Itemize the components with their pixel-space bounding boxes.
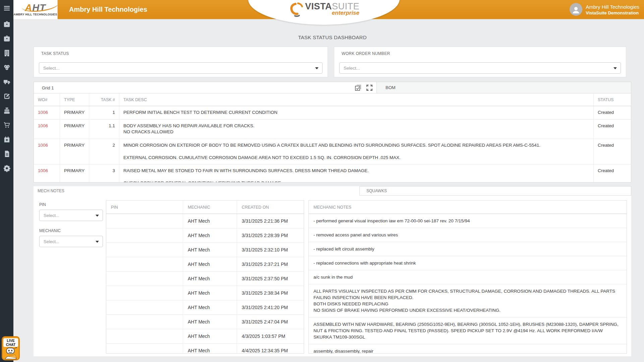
- mech-name: AHT Mech: [183, 300, 237, 314]
- work-order-filter-label: WORK ORDER NUMBER: [342, 51, 390, 56]
- mech-name: AHT Mech: [183, 214, 237, 228]
- mech-name: AHT Mech: [183, 329, 237, 343]
- chevron-down-icon: [96, 241, 99, 243]
- wo-number-link[interactable]: 1006: [34, 164, 60, 183]
- app-title: Ambry Hill Technologies: [69, 0, 147, 19]
- mech-created-on: 3/31/2025 2:41:20 PM: [237, 300, 304, 314]
- user-avatar-icon: [570, 3, 582, 16]
- task-number: 2: [89, 139, 119, 164]
- mech-name: AHT Mech: [183, 243, 237, 257]
- wo-number-link[interactable]: 1006: [34, 139, 60, 164]
- task-row: 1006PRIMARY1.1BODY ASSEMBLY HAS NO REPAI…: [34, 120, 631, 139]
- mech-created-on: 4/4/2025 12:34:35 PM: [237, 344, 304, 354]
- task-status: Created: [594, 106, 631, 119]
- notes-body: - performed general visual inspection ia…: [309, 214, 627, 354]
- mech-pin: [106, 344, 183, 354]
- mech-pin: [106, 272, 183, 286]
- live-chat-button[interactable]: LIVECHAT: [2, 336, 20, 360]
- truck-icon[interactable]: [2, 78, 11, 86]
- col-pin: PIN: [106, 201, 183, 214]
- mech-name: AHT Mech: [183, 315, 237, 329]
- col-type: TYPE: [60, 93, 89, 106]
- chat-robot-icon: [3, 347, 18, 359]
- task-status-filter-card: TASK STATUS Select...: [34, 47, 328, 77]
- mech-note-row: AHT Mech3/31/2025 2:28:39 PM: [106, 228, 304, 243]
- mech-created-on: 4/3/2025 1:03:57 PM: [237, 329, 304, 343]
- work-order-select-value: Select...: [344, 66, 360, 71]
- mech-pin: [106, 300, 183, 314]
- task-type: PRIMARY: [60, 106, 89, 119]
- task-table-header: WO# TYPE TASK # TASK DESC STATUS: [34, 93, 631, 106]
- task-status-select[interactable]: Select...: [39, 62, 323, 74]
- work-order-select[interactable]: Select...: [339, 62, 621, 74]
- work-order-filter-card: WORK ORDER NUMBER Select...: [334, 47, 626, 77]
- mech-note-row: AHT Mech3/31/2025 2:41:20 PM: [106, 300, 304, 315]
- col-mechanic-notes: MECHANIC NOTES: [309, 201, 627, 214]
- mechanic-select-value: Select...: [44, 239, 59, 244]
- tab-mech-notes[interactable]: MECH NOTES: [38, 186, 64, 196]
- task-desc: PERFORM INITIAL BENCH TEST TO DETERMINE …: [119, 106, 594, 119]
- mechanic-note: assembly, disassembly, repair: [309, 344, 627, 354]
- mech-pin: [106, 329, 183, 343]
- pin-select-value: Select...: [44, 213, 59, 218]
- expand-icon[interactable]: [366, 84, 373, 91]
- mechanic-select[interactable]: Select...: [39, 236, 103, 247]
- cart-icon[interactable]: [2, 121, 11, 129]
- pin-select[interactable]: Select...: [39, 210, 103, 221]
- mechanic-note: - removed access panel and various wires: [309, 228, 627, 242]
- mech-pin: [106, 214, 183, 228]
- mech-note-row: AHT Mech3/31/2025 2:37:21 PM: [106, 257, 304, 272]
- gear-icon[interactable]: [2, 164, 11, 172]
- mech-created-on: 3/31/2025 2:21:36 PM: [237, 214, 304, 228]
- top-bar: AHT AMBRY HILL TECHNOLOGIES Ambry Hill T…: [13, 0, 644, 19]
- mech-note-row: AHT Mech4/3/2025 1:03:57 PM: [106, 329, 304, 344]
- mech-note-row: AHT Mech3/31/2025 2:21:36 PM: [106, 214, 304, 228]
- task-desc: BODY ASSEMBLY HAS NO REPAIR AVAILABLE FO…: [119, 120, 594, 139]
- col-created-on: CREATED ON: [237, 201, 304, 214]
- aht-logo[interactable]: AHT AMBRY HILL TECHNOLOGIES: [13, 0, 58, 19]
- grid1-header: Grid 1 BOM: [34, 82, 631, 93]
- tab-bom[interactable]: BOM: [376, 82, 631, 93]
- mechanic-note: - replaced connections with appropriate …: [309, 256, 627, 270]
- briefcase-icon-2[interactable]: [2, 34, 11, 43]
- tab-squawks[interactable]: SQUAWKS: [359, 186, 631, 196]
- task-table-body: 1006PRIMARY1PERFORM INITIAL BENCH TEST T…: [34, 106, 631, 183]
- mech-note-row: AHT Mech3/31/2025 2:47:04 PM: [106, 315, 304, 329]
- user-menu[interactable]: Ambry Hill Technologies VistaSuite Demon…: [570, 3, 639, 16]
- select-columns-icon[interactable]: [354, 84, 362, 91]
- mech-pin: [106, 315, 183, 329]
- wo-number-link[interactable]: 1006: [34, 106, 60, 119]
- task-row: 1006PRIMARY1PERFORM INITIAL BENCH TEST T…: [34, 106, 631, 120]
- task-number: 3: [89, 164, 119, 183]
- page-title: TASK STATUS DASHBOARD: [34, 34, 631, 40]
- task-status-filter-label: TASK STATUS: [41, 51, 69, 56]
- col-mechanic: MECHANIC: [183, 201, 237, 214]
- mech-note-row: AHT Mech3/31/2025 2:38:34 PM: [106, 286, 304, 300]
- user-company-name: Ambry Hill Technologies: [586, 4, 639, 10]
- mech-table-header: PIN MECHANIC CREATED ON: [106, 201, 304, 214]
- col-status: STATUS: [594, 93, 631, 106]
- menu-icon[interactable]: [0, 0, 13, 16]
- grid1-panel: Grid 1 BOM WO# TYPE TASK # TASK DESC STA…: [34, 82, 631, 183]
- modules-icon[interactable]: [2, 63, 11, 71]
- document-icon[interactable]: [2, 150, 11, 158]
- building-icon[interactable]: [2, 49, 11, 57]
- task-type: PRIMARY: [60, 164, 89, 183]
- task-status: Created: [594, 139, 631, 164]
- mech-notes-table: PIN MECHANIC CREATED ON AHT Mech3/31/202…: [106, 200, 304, 354]
- task-type: PRIMARY: [60, 120, 89, 139]
- mech-table-body: AHT Mech3/31/2025 2:21:36 PMAHT Mech3/31…: [106, 214, 304, 354]
- grid1-tab: Grid 1: [42, 82, 54, 93]
- mech-created-on: 3/31/2025 2:28:39 PM: [237, 228, 304, 242]
- wo-number-link[interactable]: 1006: [34, 120, 60, 139]
- task-desc: RAISED METAL MAY BE STONED TO FAIR IN WI…: [119, 164, 594, 183]
- aht-wordmark: AHT: [25, 3, 46, 12]
- cash-register-icon[interactable]: [2, 106, 11, 115]
- calendar-plus-icon[interactable]: [2, 135, 11, 143]
- mech-notes-tabstrip: MECH NOTES SQUAWKS: [34, 186, 631, 196]
- col-task-num: TASK #: [89, 93, 119, 106]
- briefcase-icon[interactable]: [2, 20, 11, 28]
- mechanic-note: ALL PARTS VISUALLY INSPECTED AS PER CMM …: [309, 284, 627, 317]
- mech-created-on: 3/31/2025 2:37:50 PM: [237, 272, 304, 286]
- edit-icon[interactable]: [2, 92, 11, 100]
